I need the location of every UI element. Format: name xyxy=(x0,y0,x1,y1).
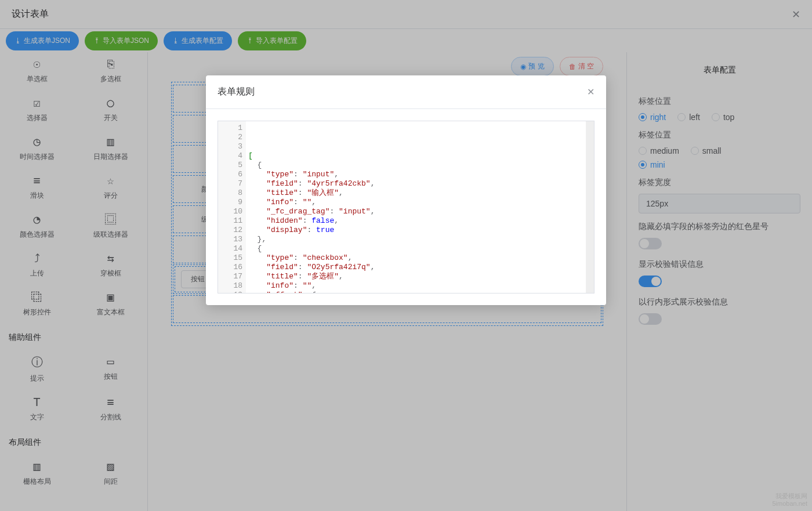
form-rules-dialog: 表单规则 ✕ 12345678910111213141516171819 [ {… xyxy=(206,75,606,305)
close-icon[interactable]: ✕ xyxy=(587,86,594,97)
code-minimap xyxy=(586,121,594,293)
dialog-header: 表单规则 ✕ xyxy=(206,75,606,109)
dialog-title: 表单规则 xyxy=(217,86,587,98)
line-number-gutter: 12345678910111213141516171819 xyxy=(218,121,246,293)
watermark: 我爱模板网 5imoban.net xyxy=(772,492,807,508)
code-editor[interactable]: 12345678910111213141516171819 [ { "type"… xyxy=(217,121,594,293)
code-content[interactable]: [ { "type": "input", "field": "4yr5rfa42… xyxy=(246,121,594,293)
modal-overlay[interactable]: 表单规则 ✕ 12345678910111213141516171819 [ {… xyxy=(0,0,812,511)
